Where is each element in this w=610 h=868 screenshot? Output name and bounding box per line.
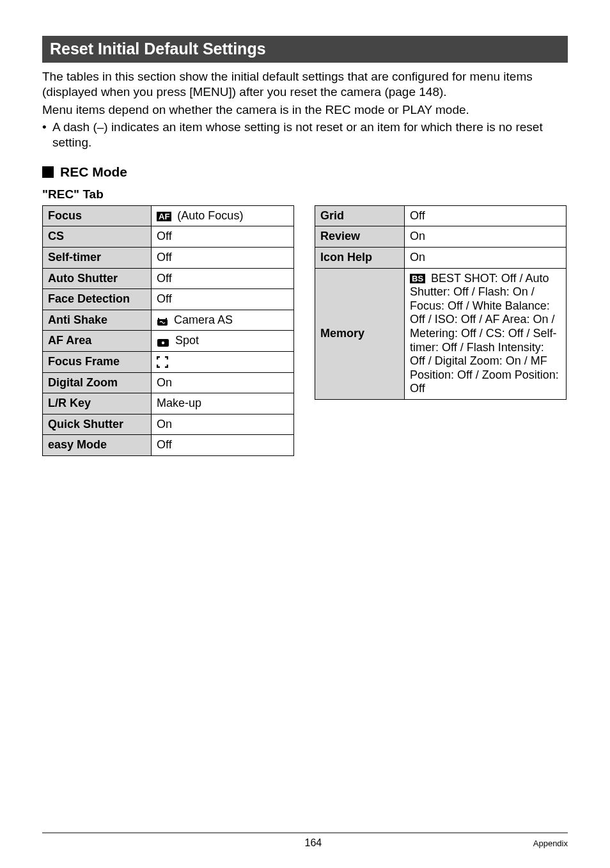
row-value-text: Spot: [172, 334, 199, 347]
row-label: easy Mode: [43, 435, 152, 456]
row-label: Memory: [315, 268, 405, 399]
table-row: Self-timer Off: [43, 247, 294, 268]
table-row: Focus Frame: [43, 351, 294, 372]
row-value: On: [152, 372, 294, 393]
intro-paragraph-1: The tables in this section show the init…: [42, 69, 568, 100]
row-value: Camera AS: [152, 310, 294, 331]
page-footer: 164 Appendix: [0, 832, 610, 849]
table-row: CS Off: [43, 226, 294, 248]
memory-value-text: BEST SHOT: Off / Auto Shutter: Off / Fla…: [410, 272, 559, 395]
anti-shake-icon: [157, 316, 168, 325]
table-row: Memory BS BEST SHOT: Off / Auto Shutter:…: [315, 268, 567, 399]
page-container: Reset Initial Default Settings The table…: [0, 0, 610, 868]
row-value: Spot: [152, 331, 294, 352]
row-label: AF Area: [43, 331, 152, 352]
row-value: Off: [152, 247, 294, 268]
table-row: L/R Key Make-up: [43, 393, 294, 414]
row-label: Grid: [315, 205, 405, 226]
table-row: easy Mode Off: [43, 435, 294, 456]
row-label: Auto Shutter: [43, 268, 152, 289]
row-label: CS: [43, 226, 152, 248]
page-number: 164: [305, 837, 322, 849]
row-value: Off: [152, 226, 294, 248]
table-row: Grid Off: [315, 205, 567, 226]
rec-tab-right-table: Grid Off Review On Icon Help On Memory B…: [315, 205, 567, 400]
svg-point-2: [162, 341, 164, 343]
rec-mode-heading-row: REC Mode: [42, 164, 568, 180]
footer-divider: [42, 832, 568, 833]
table-row: Icon Help On: [315, 247, 567, 268]
footer-row: 164 Appendix: [42, 837, 568, 849]
bullet-item: • A dash (–) indicates an item whose set…: [42, 120, 568, 150]
row-value: Off: [152, 435, 294, 456]
table-row: Quick Shutter On: [43, 414, 294, 435]
bullet-text: A dash (–) indicates an item whose setti…: [52, 120, 568, 150]
row-label: Face Detection: [43, 289, 152, 310]
row-value: Make-up: [152, 393, 294, 414]
row-value-text: Camera AS: [171, 313, 233, 326]
bs-icon: BS: [410, 274, 425, 283]
row-label: Icon Help: [315, 247, 405, 268]
table-row: Face Detection Off: [43, 289, 294, 310]
rec-tab-left-table: Focus AF (Auto Focus) CS Off Self-timer …: [42, 205, 294, 456]
af-icon: AF: [157, 212, 171, 221]
table-row: Focus AF (Auto Focus): [43, 205, 294, 226]
table-row: Anti Shake Camera AS: [43, 310, 294, 331]
focus-frame-icon: [157, 356, 168, 368]
row-value: Off: [152, 289, 294, 310]
table-row: Digital Zoom On: [43, 372, 294, 393]
bullet-marker: •: [42, 120, 52, 150]
row-label: Self-timer: [43, 247, 152, 268]
row-value-text: (Auto Focus): [174, 209, 243, 222]
table-row: Review On: [315, 226, 567, 248]
section-heading-bar: Reset Initial Default Settings: [42, 36, 568, 63]
row-value: On: [405, 226, 567, 248]
spot-icon: [157, 337, 169, 346]
row-value: Off: [405, 205, 567, 226]
table-row: Auto Shutter Off: [43, 268, 294, 289]
intro-paragraph-2: Menu items depend on whether the camera …: [42, 102, 568, 118]
row-label: Quick Shutter: [43, 414, 152, 435]
row-value: AF (Auto Focus): [152, 205, 294, 226]
row-value: On: [405, 247, 567, 268]
table-row: AF Area Spot: [43, 331, 294, 352]
tables-container: Focus AF (Auto Focus) CS Off Self-timer …: [42, 205, 568, 456]
row-value: [152, 351, 294, 372]
square-marker-icon: [42, 166, 54, 178]
row-value: BS BEST SHOT: Off / Auto Shutter: Off / …: [405, 268, 567, 399]
row-label: Focus: [43, 205, 152, 226]
row-value: Off: [152, 268, 294, 289]
row-value: On: [152, 414, 294, 435]
row-label: Anti Shake: [43, 310, 152, 331]
row-label: Focus Frame: [43, 351, 152, 372]
rec-tab-name: "REC" Tab: [42, 187, 568, 201]
row-label: L/R Key: [43, 393, 152, 414]
rec-mode-heading: REC Mode: [60, 164, 127, 180]
row-label: Digital Zoom: [43, 372, 152, 393]
row-label: Review: [315, 226, 405, 248]
appendix-label: Appendix: [533, 839, 568, 848]
